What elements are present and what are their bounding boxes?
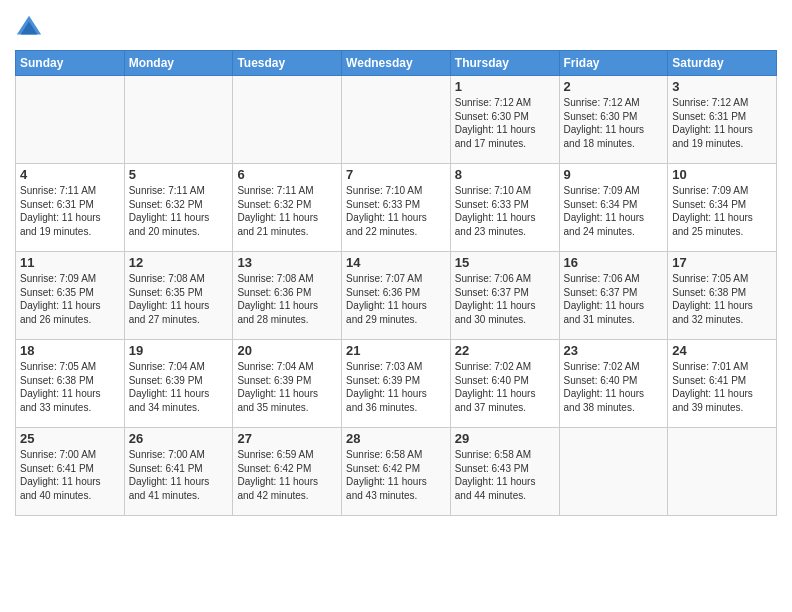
weekday-header: Tuesday	[233, 51, 342, 76]
day-number: 19	[129, 343, 229, 358]
day-info: Sunrise: 7:08 AM Sunset: 6:35 PM Dayligh…	[129, 272, 229, 326]
weekday-header: Friday	[559, 51, 668, 76]
day-info: Sunrise: 7:09 AM Sunset: 6:35 PM Dayligh…	[20, 272, 120, 326]
day-info: Sunrise: 7:02 AM Sunset: 6:40 PM Dayligh…	[455, 360, 555, 414]
calendar-page: SundayMondayTuesdayWednesdayThursdayFrid…	[0, 0, 792, 612]
day-info: Sunrise: 7:10 AM Sunset: 6:33 PM Dayligh…	[455, 184, 555, 238]
calendar-cell: 7Sunrise: 7:10 AM Sunset: 6:33 PM Daylig…	[342, 164, 451, 252]
calendar-body: 1Sunrise: 7:12 AM Sunset: 6:30 PM Daylig…	[16, 76, 777, 516]
calendar-cell: 5Sunrise: 7:11 AM Sunset: 6:32 PM Daylig…	[124, 164, 233, 252]
day-number: 24	[672, 343, 772, 358]
calendar-cell: 2Sunrise: 7:12 AM Sunset: 6:30 PM Daylig…	[559, 76, 668, 164]
day-info: Sunrise: 7:00 AM Sunset: 6:41 PM Dayligh…	[20, 448, 120, 502]
day-number: 3	[672, 79, 772, 94]
day-number: 16	[564, 255, 664, 270]
day-number: 25	[20, 431, 120, 446]
calendar-cell: 4Sunrise: 7:11 AM Sunset: 6:31 PM Daylig…	[16, 164, 125, 252]
day-info: Sunrise: 7:10 AM Sunset: 6:33 PM Dayligh…	[346, 184, 446, 238]
calendar-cell: 11Sunrise: 7:09 AM Sunset: 6:35 PM Dayli…	[16, 252, 125, 340]
day-info: Sunrise: 7:06 AM Sunset: 6:37 PM Dayligh…	[564, 272, 664, 326]
calendar-cell: 18Sunrise: 7:05 AM Sunset: 6:38 PM Dayli…	[16, 340, 125, 428]
day-info: Sunrise: 7:11 AM Sunset: 6:31 PM Dayligh…	[20, 184, 120, 238]
day-number: 10	[672, 167, 772, 182]
day-info: Sunrise: 7:03 AM Sunset: 6:39 PM Dayligh…	[346, 360, 446, 414]
calendar-cell	[342, 76, 451, 164]
calendar-cell: 23Sunrise: 7:02 AM Sunset: 6:40 PM Dayli…	[559, 340, 668, 428]
day-number: 9	[564, 167, 664, 182]
day-number: 12	[129, 255, 229, 270]
calendar-week: 4Sunrise: 7:11 AM Sunset: 6:31 PM Daylig…	[16, 164, 777, 252]
day-number: 4	[20, 167, 120, 182]
day-info: Sunrise: 7:11 AM Sunset: 6:32 PM Dayligh…	[129, 184, 229, 238]
day-info: Sunrise: 7:00 AM Sunset: 6:41 PM Dayligh…	[129, 448, 229, 502]
day-number: 27	[237, 431, 337, 446]
calendar-cell: 16Sunrise: 7:06 AM Sunset: 6:37 PM Dayli…	[559, 252, 668, 340]
day-info: Sunrise: 6:58 AM Sunset: 6:42 PM Dayligh…	[346, 448, 446, 502]
calendar-cell: 28Sunrise: 6:58 AM Sunset: 6:42 PM Dayli…	[342, 428, 451, 516]
weekday-header: Sunday	[16, 51, 125, 76]
calendar-week: 25Sunrise: 7:00 AM Sunset: 6:41 PM Dayli…	[16, 428, 777, 516]
day-info: Sunrise: 7:04 AM Sunset: 6:39 PM Dayligh…	[237, 360, 337, 414]
calendar-cell: 10Sunrise: 7:09 AM Sunset: 6:34 PM Dayli…	[668, 164, 777, 252]
logo	[15, 14, 45, 42]
day-info: Sunrise: 7:07 AM Sunset: 6:36 PM Dayligh…	[346, 272, 446, 326]
day-number: 5	[129, 167, 229, 182]
day-info: Sunrise: 6:58 AM Sunset: 6:43 PM Dayligh…	[455, 448, 555, 502]
day-number: 28	[346, 431, 446, 446]
day-number: 6	[237, 167, 337, 182]
calendar-cell: 12Sunrise: 7:08 AM Sunset: 6:35 PM Dayli…	[124, 252, 233, 340]
day-number: 23	[564, 343, 664, 358]
day-info: Sunrise: 7:05 AM Sunset: 6:38 PM Dayligh…	[672, 272, 772, 326]
day-info: Sunrise: 7:04 AM Sunset: 6:39 PM Dayligh…	[129, 360, 229, 414]
calendar-cell	[668, 428, 777, 516]
calendar-cell: 14Sunrise: 7:07 AM Sunset: 6:36 PM Dayli…	[342, 252, 451, 340]
day-number: 13	[237, 255, 337, 270]
calendar-cell: 13Sunrise: 7:08 AM Sunset: 6:36 PM Dayli…	[233, 252, 342, 340]
calendar-cell: 22Sunrise: 7:02 AM Sunset: 6:40 PM Dayli…	[450, 340, 559, 428]
day-number: 8	[455, 167, 555, 182]
calendar-cell: 24Sunrise: 7:01 AM Sunset: 6:41 PM Dayli…	[668, 340, 777, 428]
day-number: 11	[20, 255, 120, 270]
day-number: 7	[346, 167, 446, 182]
day-number: 18	[20, 343, 120, 358]
weekday-row: SundayMondayTuesdayWednesdayThursdayFrid…	[16, 51, 777, 76]
calendar-cell: 20Sunrise: 7:04 AM Sunset: 6:39 PM Dayli…	[233, 340, 342, 428]
day-info: Sunrise: 6:59 AM Sunset: 6:42 PM Dayligh…	[237, 448, 337, 502]
day-number: 2	[564, 79, 664, 94]
day-info: Sunrise: 7:06 AM Sunset: 6:37 PM Dayligh…	[455, 272, 555, 326]
calendar-cell: 27Sunrise: 6:59 AM Sunset: 6:42 PM Dayli…	[233, 428, 342, 516]
calendar-cell: 26Sunrise: 7:00 AM Sunset: 6:41 PM Dayli…	[124, 428, 233, 516]
day-info: Sunrise: 7:09 AM Sunset: 6:34 PM Dayligh…	[564, 184, 664, 238]
weekday-header: Saturday	[668, 51, 777, 76]
calendar-cell: 25Sunrise: 7:00 AM Sunset: 6:41 PM Dayli…	[16, 428, 125, 516]
calendar-cell	[233, 76, 342, 164]
calendar-cell	[124, 76, 233, 164]
day-number: 15	[455, 255, 555, 270]
day-info: Sunrise: 7:08 AM Sunset: 6:36 PM Dayligh…	[237, 272, 337, 326]
day-number: 29	[455, 431, 555, 446]
day-number: 26	[129, 431, 229, 446]
calendar-cell: 29Sunrise: 6:58 AM Sunset: 6:43 PM Dayli…	[450, 428, 559, 516]
calendar-cell: 3Sunrise: 7:12 AM Sunset: 6:31 PM Daylig…	[668, 76, 777, 164]
weekday-header: Monday	[124, 51, 233, 76]
calendar-cell: 21Sunrise: 7:03 AM Sunset: 6:39 PM Dayli…	[342, 340, 451, 428]
day-number: 17	[672, 255, 772, 270]
calendar-header: SundayMondayTuesdayWednesdayThursdayFrid…	[16, 51, 777, 76]
calendar-cell	[559, 428, 668, 516]
logo-icon	[15, 14, 43, 42]
calendar-cell: 17Sunrise: 7:05 AM Sunset: 6:38 PM Dayli…	[668, 252, 777, 340]
calendar-cell: 19Sunrise: 7:04 AM Sunset: 6:39 PM Dayli…	[124, 340, 233, 428]
calendar-cell: 15Sunrise: 7:06 AM Sunset: 6:37 PM Dayli…	[450, 252, 559, 340]
calendar-cell: 9Sunrise: 7:09 AM Sunset: 6:34 PM Daylig…	[559, 164, 668, 252]
weekday-header: Thursday	[450, 51, 559, 76]
calendar-cell: 1Sunrise: 7:12 AM Sunset: 6:30 PM Daylig…	[450, 76, 559, 164]
day-number: 14	[346, 255, 446, 270]
day-info: Sunrise: 7:11 AM Sunset: 6:32 PM Dayligh…	[237, 184, 337, 238]
day-info: Sunrise: 7:12 AM Sunset: 6:30 PM Dayligh…	[455, 96, 555, 150]
day-number: 1	[455, 79, 555, 94]
calendar-week: 11Sunrise: 7:09 AM Sunset: 6:35 PM Dayli…	[16, 252, 777, 340]
day-number: 22	[455, 343, 555, 358]
weekday-header: Wednesday	[342, 51, 451, 76]
day-number: 20	[237, 343, 337, 358]
calendar-table: SundayMondayTuesdayWednesdayThursdayFrid…	[15, 50, 777, 516]
